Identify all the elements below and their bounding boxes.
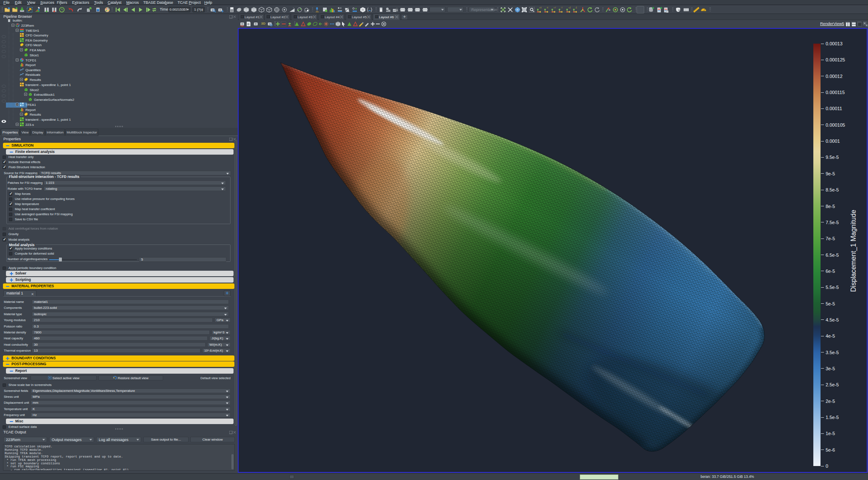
svg-text:-Y: -Y: [561, 7, 563, 9]
svg-text:+X: +X: [539, 7, 542, 9]
svg-text:+Z: +Z: [568, 7, 571, 9]
svg-text:+Y: +Y: [554, 7, 556, 9]
svg-text:-X: -X: [546, 7, 548, 9]
svg-text:-Z: -Z: [575, 7, 577, 9]
